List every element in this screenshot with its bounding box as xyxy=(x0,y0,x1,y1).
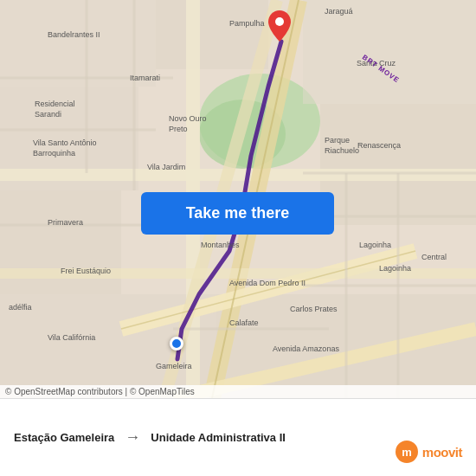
label-avamazonas: Avenida Amazonas xyxy=(273,344,339,353)
label-pampulha: Pampulha xyxy=(229,19,265,28)
destination-pin xyxy=(268,10,291,45)
bottom-bar: Estação Gameleira → Unidade Administrati… xyxy=(0,398,476,476)
label-central: Central xyxy=(421,253,447,261)
attribution-text: © OpenStreetMap contributors | © OpenMap… xyxy=(5,387,195,396)
label-adelfia: adélfia xyxy=(9,303,32,312)
label-gameleira: Gameleira xyxy=(156,362,192,370)
label-vilabarroquinha: Vila Santo AntônioBarroquinha xyxy=(33,138,96,158)
label-montanhes: Montanhes xyxy=(201,241,240,249)
svg-text:m: m xyxy=(402,446,412,459)
label-vilacalifornia: Vila Califórnia xyxy=(48,333,95,342)
label-novoouro: Novo OuroPreto xyxy=(169,114,207,134)
label-primavera: Primavera xyxy=(48,218,83,227)
current-location-pin xyxy=(170,337,183,351)
svg-rect-4 xyxy=(156,0,268,69)
label-frei: Frei Eustáquio xyxy=(61,267,111,275)
svg-point-31 xyxy=(275,17,284,26)
label-lagoinha2: Lagoinha xyxy=(379,264,411,273)
map-container: Pampulha Jaraguá Bandelrantes II Itamara… xyxy=(0,0,476,398)
to-station: Unidade Administrativa II xyxy=(151,431,286,444)
take-me-there-button[interactable]: Take me there xyxy=(141,192,334,235)
label-calafate: Calafate xyxy=(229,318,259,327)
label-vilajardim: Vila Jardim xyxy=(147,163,185,171)
svg-rect-12 xyxy=(0,169,476,181)
from-station: Estação Gameleira xyxy=(14,431,114,444)
map-attribution: © OpenStreetMap contributors | © OpenMap… xyxy=(0,385,476,398)
moovit-icon: m xyxy=(395,440,419,464)
label-itamarati: Itamarati xyxy=(130,74,160,82)
label-lagoinha: Lagoinha xyxy=(359,241,391,249)
label-renascenca: Renascença xyxy=(357,141,401,150)
svg-rect-7 xyxy=(303,0,476,104)
label-parque: ParqueRiachuelo xyxy=(325,136,359,156)
label-jaragua: Jaraguá xyxy=(325,7,353,16)
label-sarandi: ResidencialSarandi xyxy=(35,100,75,119)
arrow-icon: → xyxy=(125,428,140,447)
label-avdom: Avenida Dom Pedro II xyxy=(229,279,306,287)
label-bandelrantes: Bandelrantes II xyxy=(48,30,100,39)
label-carlos: Carlos Prates xyxy=(290,305,338,313)
moovit-logo: m moovit xyxy=(395,440,462,464)
moovit-brand-text: moovit xyxy=(422,445,462,460)
